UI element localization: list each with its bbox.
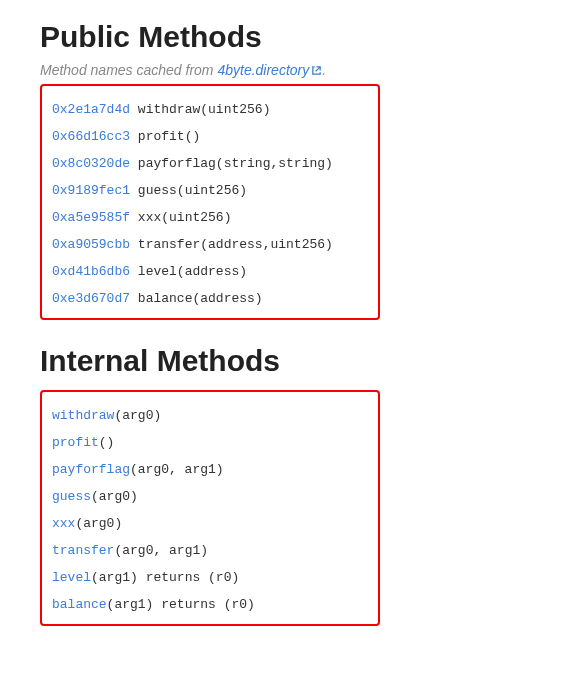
method-signature: payforflag(string,string) bbox=[138, 156, 333, 171]
subtitle-suffix: . bbox=[322, 62, 326, 78]
method-signature: withdraw(uint256) bbox=[138, 102, 271, 117]
method-name[interactable]: level bbox=[52, 570, 91, 585]
method-args: (arg1) bbox=[107, 597, 154, 612]
public-method-row: 0x8c0320de payforflag(string,string) bbox=[52, 156, 368, 171]
method-args: (arg0) bbox=[114, 408, 161, 423]
method-name[interactable]: xxx bbox=[52, 516, 75, 531]
method-name[interactable]: guess bbox=[52, 489, 91, 504]
public-methods-subtitle: Method names cached from 4byte.directory… bbox=[40, 62, 523, 78]
method-signature: guess(uint256) bbox=[138, 183, 247, 198]
method-returns: returns (r0) bbox=[153, 597, 254, 612]
public-method-row: 0xa9059cbb transfer(address,uint256) bbox=[52, 237, 368, 252]
method-signature: level(address) bbox=[138, 264, 247, 279]
internal-method-row: balance(arg1) returns (r0) bbox=[52, 597, 368, 612]
internal-method-row: xxx(arg0) bbox=[52, 516, 368, 531]
method-hash[interactable]: 0xd41b6db6 bbox=[52, 264, 130, 279]
method-signature: transfer(address,uint256) bbox=[138, 237, 333, 252]
internal-method-row: withdraw(arg0) bbox=[52, 408, 368, 423]
method-hash[interactable]: 0xa5e9585f bbox=[52, 210, 130, 225]
internal-methods-box: withdraw(arg0)profit()payforflag(arg0, a… bbox=[40, 390, 380, 626]
method-hash[interactable]: 0xe3d670d7 bbox=[52, 291, 130, 306]
method-signature: xxx(uint256) bbox=[138, 210, 232, 225]
public-method-row: 0xd41b6db6 level(address) bbox=[52, 264, 368, 279]
public-methods-box: 0x2e1a7d4d withdraw(uint256)0x66d16cc3 p… bbox=[40, 84, 380, 320]
internal-method-row: profit() bbox=[52, 435, 368, 450]
method-args: () bbox=[99, 435, 115, 450]
external-link-icon bbox=[311, 65, 322, 76]
public-method-row: 0xa5e9585f xxx(uint256) bbox=[52, 210, 368, 225]
method-hash[interactable]: 0xa9059cbb bbox=[52, 237, 130, 252]
public-method-row: 0x66d16cc3 profit() bbox=[52, 129, 368, 144]
method-signature: balance(address) bbox=[138, 291, 263, 306]
subtitle-prefix: Method names cached from bbox=[40, 62, 217, 78]
method-name[interactable]: payforflag bbox=[52, 462, 130, 477]
method-signature: profit() bbox=[138, 129, 200, 144]
method-args: (arg0, arg1) bbox=[114, 543, 208, 558]
method-args: (arg0) bbox=[91, 489, 138, 504]
method-hash[interactable]: 0x9189fec1 bbox=[52, 183, 130, 198]
public-method-row: 0xe3d670d7 balance(address) bbox=[52, 291, 368, 306]
public-methods-heading: Public Methods bbox=[40, 20, 523, 54]
public-method-row: 0x9189fec1 guess(uint256) bbox=[52, 183, 368, 198]
method-name[interactable]: transfer bbox=[52, 543, 114, 558]
internal-methods-heading: Internal Methods bbox=[40, 344, 523, 378]
method-hash[interactable]: 0x66d16cc3 bbox=[52, 129, 130, 144]
method-hash[interactable]: 0x8c0320de bbox=[52, 156, 130, 171]
method-returns: returns (r0) bbox=[138, 570, 239, 585]
internal-method-row: payforflag(arg0, arg1) bbox=[52, 462, 368, 477]
internal-method-row: guess(arg0) bbox=[52, 489, 368, 504]
method-name[interactable]: withdraw bbox=[52, 408, 114, 423]
method-name[interactable]: profit bbox=[52, 435, 99, 450]
method-hash[interactable]: 0x2e1a7d4d bbox=[52, 102, 130, 117]
method-args: (arg0) bbox=[75, 516, 122, 531]
method-args: (arg0, arg1) bbox=[130, 462, 224, 477]
internal-method-row: transfer(arg0, arg1) bbox=[52, 543, 368, 558]
method-name[interactable]: balance bbox=[52, 597, 107, 612]
internal-method-row: level(arg1) returns (r0) bbox=[52, 570, 368, 585]
fourbyte-link[interactable]: 4byte.directory bbox=[217, 62, 322, 78]
public-method-row: 0x2e1a7d4d withdraw(uint256) bbox=[52, 102, 368, 117]
method-args: (arg1) bbox=[91, 570, 138, 585]
